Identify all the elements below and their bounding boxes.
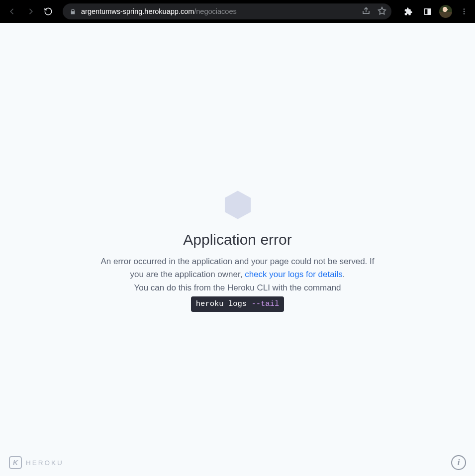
heroku-mark-icon: K: [9, 456, 22, 469]
svg-point-4: [464, 13, 465, 14]
error-heading: Application error: [94, 231, 382, 248]
forward-button[interactable]: [23, 4, 38, 19]
svg-marker-5: [224, 190, 250, 219]
svg-point-3: [464, 11, 465, 12]
share-icon[interactable]: [362, 6, 371, 17]
page-content: Application error An error occurred in t…: [0, 23, 475, 476]
cli-hint-text: You can do this from the Heroku CLI with…: [134, 283, 341, 292]
heroku-logo[interactable]: K HEROKU: [9, 456, 64, 469]
check-logs-link[interactable]: check your logs for details: [245, 270, 343, 279]
svg-point-2: [464, 8, 465, 9]
cli-command: heroku logs --tail: [191, 296, 284, 312]
browser-toolbar: argentumws-spring.herokuapp.com/negociac…: [0, 0, 475, 23]
svg-rect-1: [428, 8, 431, 14]
error-message-text-2: .: [343, 270, 345, 279]
bookmark-star-icon[interactable]: [378, 6, 386, 17]
cli-command-text: heroku logs: [196, 299, 252, 308]
address-bar[interactable]: argentumws-spring.herokuapp.com/negociac…: [63, 3, 391, 19]
url-path: /negociacoes: [194, 7, 236, 15]
cli-flag-text: --tail: [251, 299, 279, 308]
reload-button[interactable]: [41, 4, 56, 19]
info-button[interactable]: i: [451, 455, 466, 470]
toolbar-right: [398, 4, 471, 18]
error-message: An error occurred in the application and…: [94, 255, 382, 312]
info-icon: i: [458, 458, 460, 468]
lock-icon: [70, 8, 76, 15]
hexagon-icon: [222, 190, 253, 220]
error-panel: Application error An error occurred in t…: [84, 190, 392, 312]
side-panel-icon[interactable]: [420, 4, 434, 18]
profile-avatar[interactable]: [439, 5, 452, 18]
heroku-wordmark: HEROKU: [26, 459, 64, 467]
back-button[interactable]: [5, 4, 20, 19]
url-domain: argentumws-spring.herokuapp.com: [81, 7, 194, 15]
page-footer: K HEROKU i: [0, 455, 475, 470]
extensions-icon[interactable]: [401, 4, 415, 18]
omnibox-actions: [362, 6, 386, 17]
url-text: argentumws-spring.herokuapp.com/negociac…: [81, 7, 357, 15]
menu-icon[interactable]: [457, 4, 471, 18]
